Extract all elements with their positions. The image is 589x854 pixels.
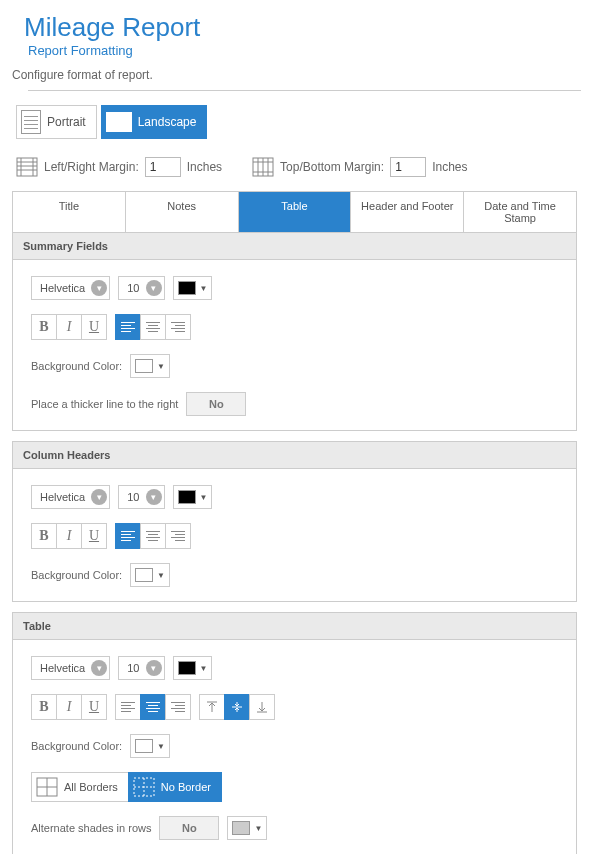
columns-bg-color-select[interactable]: ▼ bbox=[130, 563, 170, 587]
summary-text-color-select[interactable]: ▼ bbox=[173, 276, 213, 300]
align-center-button[interactable] bbox=[140, 314, 166, 340]
svg-rect-0 bbox=[17, 158, 37, 176]
color-swatch bbox=[232, 821, 250, 835]
landscape-label: Landscape bbox=[138, 115, 197, 129]
align-right-button[interactable] bbox=[165, 523, 191, 549]
all-borders-button[interactable]: All Borders bbox=[31, 772, 129, 802]
color-swatch bbox=[178, 661, 196, 675]
chevron-down-icon: ▾ bbox=[146, 280, 162, 296]
alt-shade-label: Alternate shades in rows bbox=[31, 822, 151, 834]
table-style-group: B I U bbox=[31, 694, 107, 720]
summary-heading: Summary Fields bbox=[13, 233, 576, 260]
align-right-button[interactable] bbox=[165, 314, 191, 340]
tab-date-time[interactable]: Date and Time Stamp bbox=[464, 192, 576, 232]
alt-shade-color-select[interactable]: ▼ bbox=[227, 816, 267, 840]
lr-margin-icon bbox=[16, 157, 38, 177]
columns-style-group: B I U bbox=[31, 523, 107, 549]
color-swatch bbox=[178, 281, 196, 295]
dropdown-icon: ▼ bbox=[254, 824, 262, 833]
color-swatch bbox=[135, 568, 153, 582]
lr-margin-input[interactable] bbox=[145, 157, 181, 177]
align-right-button[interactable] bbox=[165, 694, 191, 720]
italic-button[interactable]: I bbox=[56, 314, 82, 340]
table-font-select[interactable]: Helvetica▾ bbox=[31, 656, 110, 680]
dropdown-icon: ▼ bbox=[157, 362, 165, 371]
tab-header-footer[interactable]: Header and Footer bbox=[351, 192, 464, 232]
columns-text-color-select[interactable]: ▼ bbox=[173, 485, 213, 509]
dropdown-icon: ▼ bbox=[157, 571, 165, 580]
panel-summary: Summary Fields Helvetica▾ 10▾ ▼ B I U bbox=[12, 233, 577, 431]
table-text-color-select[interactable]: ▼ bbox=[173, 656, 213, 680]
underline-button[interactable]: U bbox=[81, 523, 107, 549]
color-swatch bbox=[135, 359, 153, 373]
table-halign-group bbox=[115, 694, 191, 720]
all-borders-icon bbox=[36, 777, 58, 797]
no-border-icon bbox=[133, 777, 155, 797]
panel-table: Table Helvetica▾ 10▾ ▼ B I U bbox=[12, 612, 577, 854]
summary-thicker-label: Place a thicker line to the right bbox=[31, 398, 178, 410]
no-border-button[interactable]: No Border bbox=[128, 772, 222, 802]
align-center-button[interactable] bbox=[140, 523, 166, 549]
summary-bg-label: Background Color: bbox=[31, 360, 122, 372]
align-left-button[interactable] bbox=[115, 314, 141, 340]
tb-margin-icon bbox=[252, 157, 274, 177]
table-size-select[interactable]: 10▾ bbox=[118, 656, 164, 680]
alt-shade-toggle[interactable]: No bbox=[159, 816, 219, 840]
summary-font-select[interactable]: Helvetica▾ bbox=[31, 276, 110, 300]
table-bg-color-select[interactable]: ▼ bbox=[130, 734, 170, 758]
dropdown-icon: ▼ bbox=[157, 742, 165, 751]
columns-heading: Column Headers bbox=[13, 442, 576, 469]
table-border-group: All Borders No Border bbox=[31, 772, 222, 802]
summary-thicker-toggle[interactable]: No bbox=[186, 392, 246, 416]
color-swatch bbox=[178, 490, 196, 504]
chevron-down-icon: ▾ bbox=[91, 280, 107, 296]
page-title: Mileage Report bbox=[24, 12, 581, 43]
chevron-down-icon: ▾ bbox=[146, 660, 162, 676]
portrait-icon bbox=[21, 110, 41, 134]
orientation-group: Portrait Landscape bbox=[16, 105, 581, 139]
align-left-button[interactable] bbox=[115, 523, 141, 549]
italic-button[interactable]: I bbox=[56, 694, 82, 720]
separator bbox=[28, 90, 581, 91]
italic-button[interactable]: I bbox=[56, 523, 82, 549]
dropdown-icon: ▼ bbox=[200, 493, 208, 502]
summary-bg-color-select[interactable]: ▼ bbox=[130, 354, 170, 378]
chevron-down-icon: ▾ bbox=[146, 489, 162, 505]
summary-style-group: B I U bbox=[31, 314, 107, 340]
landscape-button[interactable]: Landscape bbox=[101, 105, 208, 139]
panel-columns: Column Headers Helvetica▾ 10▾ ▼ B I U bbox=[12, 441, 577, 602]
underline-button[interactable]: U bbox=[81, 694, 107, 720]
bold-button[interactable]: B bbox=[31, 694, 57, 720]
tb-margin-label: Top/Bottom Margin: bbox=[280, 160, 384, 174]
valign-middle-button[interactable] bbox=[224, 694, 250, 720]
columns-font-select[interactable]: Helvetica▾ bbox=[31, 485, 110, 509]
tb-margin-input[interactable] bbox=[390, 157, 426, 177]
table-valign-group bbox=[199, 694, 275, 720]
underline-button[interactable]: U bbox=[81, 314, 107, 340]
dropdown-icon: ▼ bbox=[200, 284, 208, 293]
page-description: Configure format of report. bbox=[12, 68, 581, 82]
align-center-button[interactable] bbox=[140, 694, 166, 720]
portrait-button[interactable]: Portrait bbox=[16, 105, 97, 139]
valign-bottom-button[interactable] bbox=[249, 694, 275, 720]
lr-margin-unit: Inches bbox=[187, 160, 222, 174]
chevron-down-icon: ▾ bbox=[91, 489, 107, 505]
columns-size-select[interactable]: 10▾ bbox=[118, 485, 164, 509]
table-heading: Table bbox=[13, 613, 576, 640]
bold-button[interactable]: B bbox=[31, 523, 57, 549]
summary-size-select[interactable]: 10▾ bbox=[118, 276, 164, 300]
tb-margin-unit: Inches bbox=[432, 160, 467, 174]
tabs: Title Notes Table Header and Footer Date… bbox=[12, 191, 577, 233]
columns-align-group bbox=[115, 523, 191, 549]
landscape-icon bbox=[106, 112, 132, 132]
table-bg-label: Background Color: bbox=[31, 740, 122, 752]
tab-table[interactable]: Table bbox=[239, 192, 352, 232]
portrait-label: Portrait bbox=[47, 115, 86, 129]
columns-bg-label: Background Color: bbox=[31, 569, 122, 581]
margins-row: Left/Right Margin: Inches Top/Bottom Mar… bbox=[16, 157, 581, 177]
valign-top-button[interactable] bbox=[199, 694, 225, 720]
align-left-button[interactable] bbox=[115, 694, 141, 720]
tab-title[interactable]: Title bbox=[13, 192, 126, 232]
bold-button[interactable]: B bbox=[31, 314, 57, 340]
tab-notes[interactable]: Notes bbox=[126, 192, 239, 232]
